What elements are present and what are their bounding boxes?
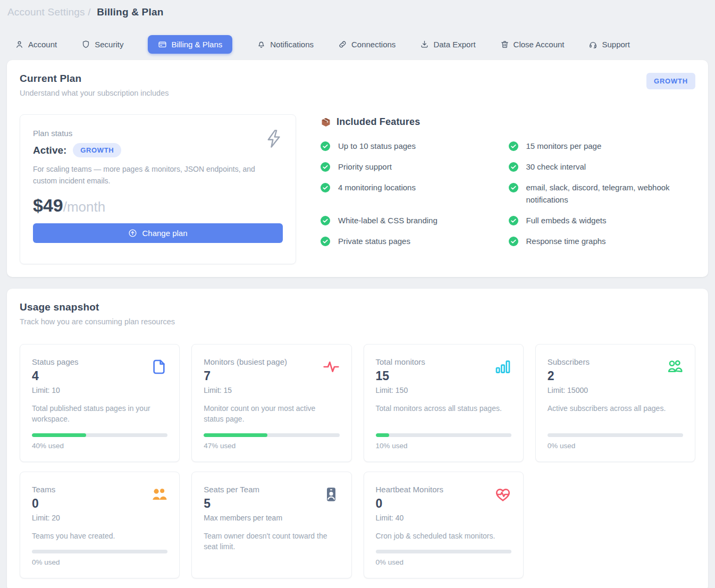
metric-card-total-monitors: Total monitors 15 Limit: 150 Total monit…	[364, 344, 524, 462]
download-icon	[420, 40, 429, 49]
feature-item: 15 monitors per page	[509, 140, 696, 152]
feature-label: 4 monitoring locations	[338, 182, 416, 194]
metric-progress: 40% used	[32, 425, 167, 450]
tab-label: Account	[28, 40, 57, 49]
feature-item: Priority support	[321, 161, 508, 173]
metric-limit: Limit: 15000	[548, 386, 683, 394]
credit-card-icon	[158, 40, 167, 49]
trash-icon	[500, 40, 509, 49]
metric-percent-label: 0% used	[548, 442, 683, 450]
tab-billing-plans[interactable]: Billing & Plans	[148, 35, 232, 54]
tab-label: Support	[602, 40, 630, 49]
metric-percent-label: 0% used	[376, 558, 511, 566]
feature-label: 30 check interval	[526, 161, 586, 173]
check-circle-icon	[509, 216, 518, 225]
feature-item: email, slack, discord, telegram, webhook…	[509, 182, 696, 205]
feature-item: White-label & CSS branding	[321, 215, 508, 226]
tab-support[interactable]: Support	[588, 35, 630, 54]
user-icon	[15, 40, 24, 49]
plan-tier-badge: GROWTH	[646, 73, 695, 89]
metric-title: Monitors (busiest page)	[204, 357, 339, 366]
feature-label: Response time graphs	[526, 236, 606, 247]
metric-title: Status pages	[32, 357, 167, 366]
metric-title: Seats per Team	[204, 485, 339, 494]
feature-item: 4 monitoring locations	[321, 182, 508, 205]
metric-value: 7	[204, 369, 339, 383]
plan-price-row: $49/month	[33, 195, 283, 216]
tab-label: Data Export	[433, 40, 475, 49]
metric-value: 2	[548, 369, 683, 383]
bar-chart-icon	[494, 358, 511, 375]
metric-percent-label: 0% used	[32, 558, 167, 566]
change-plan-button[interactable]: Change plan	[33, 223, 283, 243]
tab-security[interactable]: Security	[81, 35, 123, 54]
included-features-heading: Included Features	[337, 116, 420, 128]
progress-fill	[376, 433, 390, 437]
tab-label: Notifications	[270, 40, 314, 49]
feature-label: 15 monitors per page	[526, 140, 602, 152]
metric-card-heartbeat-monitors: Heartbeat Monitors 0 Limit: 40 Cron job …	[364, 472, 524, 578]
metric-percent-label: 40% used	[32, 442, 167, 450]
metric-card-monitors-busiest-page: Monitors (busiest page) 7 Limit: 15 Moni…	[191, 344, 351, 462]
metric-limit: Limit: 40	[376, 514, 511, 522]
feature-item: 30 check interval	[509, 161, 696, 173]
feature-label: Priority support	[338, 161, 392, 173]
check-circle-icon	[509, 183, 518, 192]
tab-notifications[interactable]: Notifications	[257, 35, 314, 54]
users-icon	[666, 358, 683, 375]
check-circle-icon	[321, 216, 330, 225]
metric-value: 0	[376, 497, 511, 511]
tab-connections[interactable]: Connections	[338, 35, 396, 54]
metric-value: 15	[376, 369, 511, 383]
tab-label: Close Account	[514, 40, 565, 49]
metric-limit: Limit: 10	[32, 386, 167, 394]
plan-status-card: Plan status Active: GROWTH For scaling t…	[20, 114, 296, 264]
feature-label: email, slack, discord, telegram, webhook…	[526, 182, 691, 205]
metric-description: Active subscribers across all pages.	[548, 403, 683, 414]
current-plan-section: Current Plan Understand what your subscr…	[7, 60, 708, 277]
tab-label: Billing & Plans	[171, 40, 222, 49]
metric-description: Team owner doesn't count toward the seat…	[204, 531, 339, 552]
breadcrumb-parent[interactable]: Account Settings /	[7, 6, 91, 18]
metric-limit: Limit: 15	[204, 386, 339, 394]
check-circle-icon	[321, 183, 330, 192]
progress-fill	[204, 433, 267, 437]
usage-title: Usage snapshot	[20, 301, 175, 313]
tab-close-account[interactable]: Close Account	[500, 35, 565, 54]
tab-data-export[interactable]: Data Export	[420, 35, 475, 54]
users-filled-icon	[150, 486, 167, 503]
package-icon	[321, 117, 331, 128]
current-plan-subtitle: Understand what your subscription includ…	[20, 89, 169, 97]
metric-percent-label: 10% used	[376, 442, 511, 450]
check-circle-icon	[509, 162, 518, 172]
plan-status-value: Active:	[33, 145, 66, 156]
metric-value: 5	[204, 497, 339, 511]
feature-item: Full embeds & widgets	[509, 215, 696, 226]
metric-title: Subscribers	[548, 357, 683, 366]
link-icon	[338, 40, 347, 49]
metric-progress: 10% used	[376, 425, 511, 450]
feature-item: Private status pages	[321, 236, 508, 247]
metric-value: 4	[32, 369, 167, 383]
progress-track	[204, 433, 339, 437]
page-title: Billing & Plan	[97, 6, 163, 18]
feature-label: Full embeds & widgets	[526, 215, 607, 226]
heart-pulse-icon	[494, 486, 511, 503]
check-circle-icon	[321, 141, 330, 151]
metric-card-seats-per-team: Seats per Team 5 Max members per team Te…	[191, 472, 351, 578]
metric-title: Total monitors	[376, 357, 511, 366]
tab-account[interactable]: Account	[15, 35, 57, 54]
metric-title: Teams	[32, 485, 167, 494]
tab-label: Connections	[351, 40, 396, 49]
bell-icon	[257, 40, 266, 49]
progress-track	[376, 550, 511, 553]
lightning-icon	[265, 129, 283, 149]
check-circle-icon	[321, 237, 330, 246]
usage-subtitle: Track how you are consuming plan resourc…	[20, 317, 175, 326]
progress-track	[32, 433, 167, 437]
usage-snapshot-section: Usage snapshot Track how you are consumi…	[7, 289, 708, 588]
metric-description: Monitor count on your most active status…	[204, 403, 339, 425]
id-badge-icon	[323, 486, 340, 503]
headset-icon	[588, 40, 598, 49]
arrow-up-circle-icon	[128, 229, 137, 238]
